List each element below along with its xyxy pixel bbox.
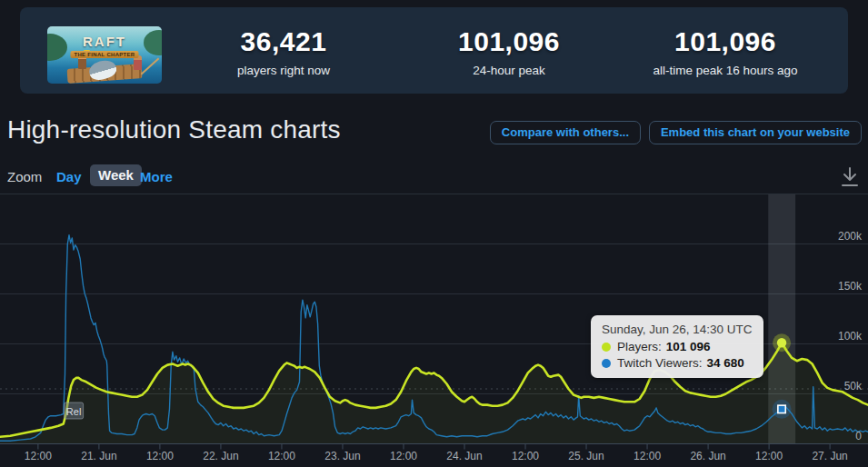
x-axis-label: 25. Jun [568,450,604,462]
chart-tooltip: Sunday, Jun 26, 14:30 UTC Players: 101 0… [591,315,763,378]
y-axis-label: 50k [844,380,863,392]
y-axis-label: 0 [855,430,862,442]
tooltip-players-value: 101 096 [666,340,711,353]
zoom-label: Zoom [7,169,42,184]
x-axis-label: 24. Jun [446,450,482,462]
zoom-option-more[interactable]: More [140,169,173,184]
stat-players-now: 36,421 players right now [237,26,330,77]
page-title: High-resolution Steam charts [7,115,341,144]
twitch-series-dot-icon [602,359,611,368]
tooltip-players-label: Players: [617,340,662,353]
y-axis-label: 200k [838,230,863,243]
x-axis-label: 12:00 [25,450,52,462]
x-axis-label: 21. Jun [81,450,116,462]
y-axis-label: 100k [838,330,863,343]
tooltip-twitch-value: 34 680 [707,356,744,370]
stat-value: 36,421 [237,26,330,57]
download-chart-icon[interactable] [839,165,861,189]
x-axis-label: 12:00 [512,450,539,462]
capsule-fishing-rod [141,58,160,75]
steam-charts-page: { "header": { "game": { "name": "RAFT", … [0,0,868,467]
x-axis-label: 12:00 [634,450,661,462]
zoom-option-day[interactable]: Day [56,169,82,184]
x-axis-label: 27. Jun [812,450,847,462]
x-axis-label: 12:00 [755,450,783,462]
x-axis-label: 22. Jun [203,450,238,462]
game-logo-text: RAFT [47,34,162,49]
stat-24h-peak: 101,096 24-hour peak [458,26,560,77]
tooltip-players-row: Players: 101 096 [602,340,753,353]
x-axis-label: 26. Jun [690,450,725,462]
x-axis-label: 23. Jun [324,450,360,462]
stat-alltime-peak: 101,096 all-time peak 16 hours ago [653,26,797,77]
x-axis-label: 12:00 [146,450,174,462]
zoom-option-week-selected[interactable]: Week [90,164,142,186]
compare-with-others-button[interactable]: Compare with others... [490,121,641,144]
stat-label: 24-hour peak [458,64,560,77]
players-series-dot-icon [602,343,611,352]
embed-chart-button[interactable]: Embed this chart on your website [649,121,862,144]
tooltip-twitch-label: Twitch Viewers: [617,356,703,370]
stat-value: 101,096 [458,26,560,57]
x-axis-label: 12:00 [390,450,417,462]
twitch-hover-marker [778,405,785,412]
release-flag-label: Rel [66,406,82,417]
players-hover-marker [777,338,786,347]
tooltip-date: Sunday, Jun 26, 14:30 UTC [602,323,753,336]
stat-label: players right now [237,64,330,77]
stat-value: 101,096 [653,26,797,57]
stat-label: all-time peak 16 hours ago [653,64,797,77]
tooltip-twitch-row: Twitch Viewers: 34 680 [602,356,753,370]
game-capsule-raft: RAFT THE FINAL CHAPTER [47,26,162,84]
x-axis-label: 12:00 [268,450,295,462]
y-axis-label: 150k [838,280,863,293]
stats-header-panel: RAFT THE FINAL CHAPTER 36,421 players ri… [20,7,848,94]
game-subtitle-ribbon: THE FINAL CHAPTER [71,51,139,58]
